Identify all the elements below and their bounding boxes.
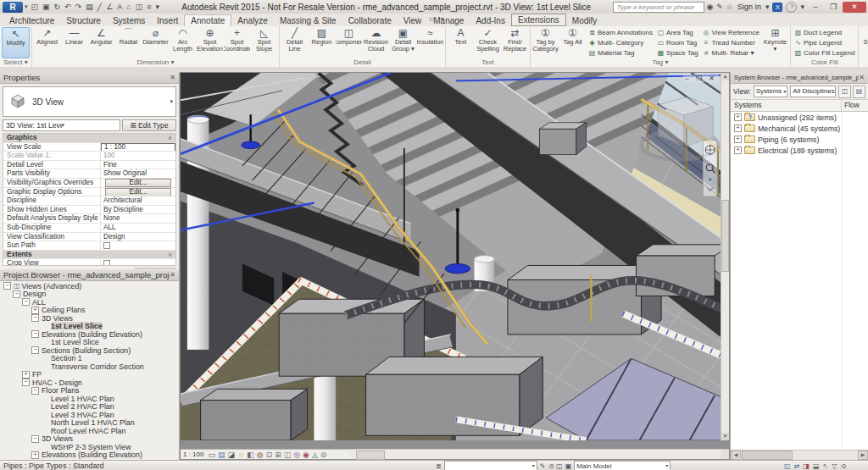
tree-item[interactable]: North Level 1 HVAC Plan bbox=[0, 419, 179, 428]
ribbon-tab[interactable]: Add-Ins bbox=[470, 15, 510, 26]
tree-expander-icon[interactable]: − bbox=[22, 379, 30, 386]
tree-item-label[interactable]: 3D Views bbox=[42, 434, 73, 443]
ribbon-button[interactable]: ≡ Tread Number bbox=[703, 38, 760, 47]
ribbon-panel-label[interactable]: Detail bbox=[280, 58, 445, 67]
ribbon-button[interactable]: ☁ Revision Cloud bbox=[363, 27, 389, 58]
lock-view-icon[interactable]: ◫ bbox=[284, 451, 292, 459]
tree-item[interactable]: Section 1 bbox=[0, 355, 179, 363]
tree-expander-icon[interactable]: + bbox=[31, 451, 39, 459]
redo-icon[interactable]: ↷ bbox=[75, 1, 82, 13]
ribbon-button[interactable]: ◫ Component bbox=[336, 27, 362, 58]
tree-expander-icon[interactable]: + bbox=[734, 147, 742, 154]
system-browser-header[interactable]: System Browser - rme_advanced_sample_pro… bbox=[731, 72, 868, 84]
ribbon-button[interactable]: ▧ Color Fill Legend bbox=[794, 48, 854, 58]
communication-center-icon[interactable]: ✎ bbox=[716, 3, 723, 11]
tree-expander-icon[interactable]: + bbox=[734, 113, 742, 121]
close-icon[interactable]: ✕ bbox=[170, 269, 175, 280]
workset-dropdown[interactable]: ▾ bbox=[444, 461, 537, 470]
crop-view-icon[interactable]: ⊡ bbox=[266, 451, 273, 459]
tree-item[interactable]: Transverse Corridor Section bbox=[0, 362, 179, 371]
ribbon-tab[interactable]: Systems bbox=[107, 15, 151, 26]
help-icon[interactable]: ? bbox=[786, 2, 797, 13]
ribbon-tab[interactable]: Insert bbox=[151, 15, 184, 26]
measure-icon[interactable]: ╱ bbox=[97, 1, 102, 13]
edit-type-button[interactable]: ⊞ Edit Type bbox=[122, 119, 176, 131]
project-browser-header[interactable]: Project Browser - rme_advanced_sample_pr… bbox=[0, 269, 179, 281]
text-icon[interactable]: A bbox=[117, 1, 122, 13]
tree-item[interactable]: − ◫ Views (Advanced) bbox=[0, 282, 179, 290]
ribbon-button[interactable]: ⌒ Radial bbox=[115, 27, 142, 58]
system-row[interactable]: + Piping (6 systems) bbox=[731, 134, 868, 145]
property-value[interactable]: Design bbox=[101, 233, 175, 241]
ribbon-button[interactable]: ∿ Pipe Legend bbox=[794, 38, 854, 47]
editable-only-icon[interactable]: ◱ bbox=[784, 462, 791, 470]
tree-item-label[interactable]: Elevations (Building Elevation) bbox=[42, 330, 142, 339]
tree-item[interactable]: + FP bbox=[0, 371, 179, 379]
scroll-up-icon[interactable]: ▲ bbox=[721, 73, 729, 80]
section-icon[interactable]: ◫ bbox=[136, 1, 143, 13]
property-value[interactable]: 100 bbox=[101, 152, 175, 160]
scroll-left-icon[interactable]: ◀ bbox=[731, 451, 741, 460]
property-value[interactable]: Edit... bbox=[101, 179, 175, 187]
links-icon[interactable]: ⬓ bbox=[813, 462, 820, 470]
help-caret-icon[interactable]: ▾ bbox=[800, 3, 804, 11]
worksets-icon[interactable]: ≣ bbox=[436, 462, 442, 470]
ribbon-tab[interactable]: Massing & Site bbox=[274, 15, 342, 26]
filter-icon[interactable]: ▽ bbox=[832, 462, 837, 470]
tree-item-label[interactable]: ALL bbox=[32, 298, 46, 307]
tree-expander-icon[interactable]: − bbox=[31, 330, 39, 338]
app-menu-caret-icon[interactable]: ▾ bbox=[25, 3, 28, 10]
ribbon-button[interactable]: # Multi- Rebar ▾ bbox=[703, 48, 760, 58]
tree-item-label[interactable]: Views (Advanced) bbox=[22, 282, 82, 290]
property-row[interactable]: Scale Value 1: 100 bbox=[3, 152, 175, 161]
tree-item[interactable]: − Floor Plans bbox=[0, 387, 179, 395]
property-value[interactable]: 1 : 100 bbox=[101, 143, 175, 152]
ribbon-button[interactable]: ① Tag by Category bbox=[532, 27, 559, 58]
ribbon-tab[interactable]: Structure bbox=[60, 15, 107, 26]
property-row[interactable]: Parts Visibility Show Original bbox=[3, 169, 175, 179]
type-selector[interactable]: 3D View ▾ bbox=[3, 86, 176, 117]
tree-item-label[interactable]: Transverse Corridor Section bbox=[51, 362, 144, 371]
tree-item[interactable]: + Ceiling Plans bbox=[0, 307, 179, 315]
ribbon-button[interactable]: ↗ Aligned bbox=[34, 27, 60, 58]
ribbon-button[interactable]: ▦ Space Tag bbox=[657, 48, 698, 58]
tree-item-label[interactable]: Section 1 bbox=[51, 354, 82, 362]
sun-path-icon[interactable]: ☼ bbox=[237, 451, 244, 459]
detail-level-icon[interactable]: ▤ bbox=[218, 451, 225, 459]
property-row[interactable]: Sub-Discipline ALL bbox=[3, 224, 175, 233]
temp-hide-icon[interactable]: ◎ bbox=[293, 451, 300, 459]
ribbon-button[interactable]: ⌀ Diameter bbox=[142, 27, 169, 58]
search-input[interactable]: Type a keyword or phrase bbox=[613, 2, 704, 13]
tree-item-label[interactable]: 1st Level Slice bbox=[51, 322, 103, 330]
tree-item-label[interactable]: Level 3 HVAC Plan bbox=[51, 411, 114, 419]
editable-icon[interactable]: ✎ bbox=[540, 462, 546, 470]
tree-item[interactable]: − Elevations (Building Elevation) bbox=[0, 330, 179, 339]
undo-icon[interactable]: ↶ bbox=[64, 1, 71, 13]
aligned-dim-icon[interactable]: ∠ bbox=[106, 1, 113, 13]
tree-item[interactable]: − HVAC - Design bbox=[0, 379, 179, 387]
press-drag-icon[interactable]: ◨ bbox=[803, 462, 810, 470]
ribbon-panel-label[interactable]: Color Fill bbox=[791, 58, 858, 67]
systems-dropdown[interactable]: Systems▾ bbox=[754, 86, 788, 97]
property-row[interactable]: Visibility/Graphics Overrides Edit... bbox=[3, 179, 175, 188]
tree-item[interactable]: − Sections (Building Section) bbox=[0, 346, 179, 355]
ribbon-tab[interactable]: Architecture bbox=[3, 15, 60, 26]
ribbon-button[interactable]: ⇄ Find/ Replace bbox=[502, 27, 528, 58]
ribbon-button[interactable]: ▣ Detail Group ▾ bbox=[390, 27, 416, 58]
property-value[interactable] bbox=[101, 259, 175, 266]
scroll-right-icon[interactable]: ▶ bbox=[858, 451, 868, 460]
property-row[interactable]: Sun Path bbox=[3, 241, 175, 251]
ribbon-button[interactable]: ▨ Region bbox=[309, 27, 335, 58]
sign-in-caret-icon[interactable]: ▾ bbox=[765, 3, 770, 11]
ribbon-tab[interactable]: Modify bbox=[566, 15, 603, 26]
tree-expander-icon[interactable]: + bbox=[734, 124, 742, 132]
ribbon-button[interactable]: ◺ Spot Slope bbox=[251, 27, 277, 58]
ribbon-tab[interactable]: Collaborate bbox=[342, 15, 398, 26]
reveal-hidden-icon[interactable]: ◉ bbox=[303, 451, 309, 459]
scale-icon[interactable]: ▭ bbox=[208, 451, 215, 459]
property-value[interactable]: Fine bbox=[101, 161, 175, 169]
property-row[interactable]: Discipline Architectural bbox=[3, 196, 175, 206]
property-value[interactable]: ALL bbox=[101, 224, 175, 232]
ribbon-button[interactable]: ▤ Material Tag bbox=[588, 48, 653, 58]
property-value[interactable]: None bbox=[101, 214, 175, 223]
